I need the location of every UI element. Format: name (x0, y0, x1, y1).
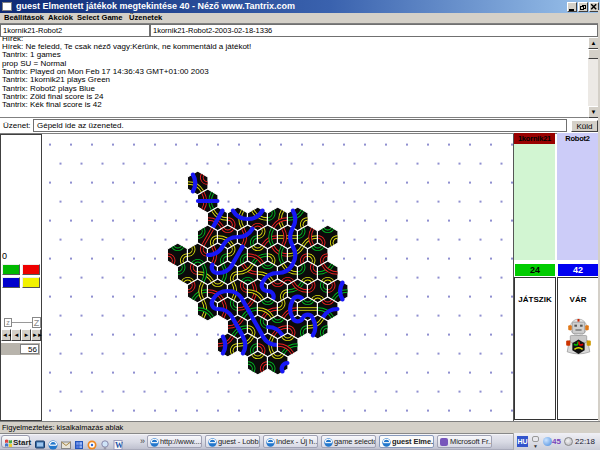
svg-text:W: W (115, 441, 123, 450)
